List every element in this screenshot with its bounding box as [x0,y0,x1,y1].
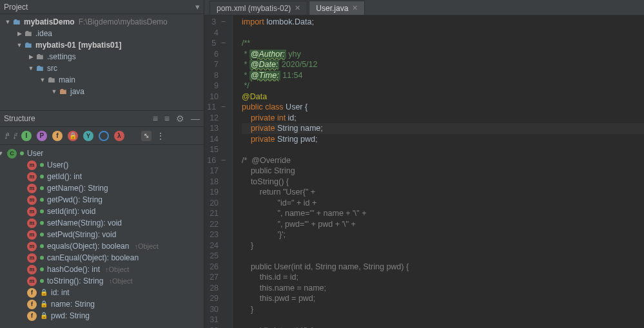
close-icon[interactable]: ✕ [295,4,300,12]
project-pane-title[interactable]: Project [4,3,191,12]
method-icon: m [27,253,37,263]
member-label: equals(Object): boolean [47,240,129,252]
folder-icon [58,86,67,97]
code-line[interactable] [242,28,644,39]
code-line[interactable]: } [242,240,644,251]
structure-settings-icon[interactable]: ⚙ [176,113,184,124]
method-icon: m [27,218,37,228]
structure-member[interactable]: f🔒name: String [0,298,204,310]
override-up-icon: ↑Object [106,275,132,287]
tree-arrow-icon[interactable] [4,16,12,28]
code-line[interactable]: public String [242,166,644,177]
structure-pane-title[interactable]: Structure [4,114,146,123]
filter-properties-icon[interactable]: P [37,131,47,141]
code-line[interactable]: this.pwd = pwd; [242,293,644,304]
code-line[interactable]: @Data [242,92,644,102]
structure-pane-header: Structure ≡ ≡ ⚙ — [0,110,204,127]
code-line[interactable]: private int id; [242,113,644,124]
project-root[interactable]: mybatisDemo F:\Bigdemo\mybatisDemo [0,16,204,28]
code-line[interactable] [242,314,644,325]
code-line[interactable]: /* @Override [242,155,644,166]
filter-inherited-icon[interactable]: Ｙ [83,131,93,141]
filter-fields-icon[interactable]: f [52,131,63,141]
tree-arrow-icon[interactable] [15,39,23,51]
code-line[interactable]: this.id = id; [242,272,644,283]
public-dot-icon [40,267,44,271]
structure-more-icon[interactable]: ⋮ [157,131,164,140]
method-icon: m [27,184,37,193]
close-icon[interactable]: ✕ [352,4,358,12]
code-line[interactable]: public User(int id, String name, String … [242,262,644,273]
gutter-line: 29 [204,293,226,304]
sort-alpha-desc-icon[interactable]: ↓ᶻ [12,131,16,140]
code-line[interactable]: "id=" + id + [242,198,644,209]
code-line[interactable]: */ [242,81,644,92]
code-line[interactable]: * @Date: 2020/5/12 [242,59,644,70]
expand-all-icon[interactable]: ⤡ [141,131,151,141]
project-pane-view-menu[interactable] [195,2,200,12]
structure-member[interactable]: msetPwd(String): void [0,229,204,240]
tree-arrow-icon[interactable] [0,148,4,159]
code-line[interactable]: * @Author: yhy [242,49,644,60]
code-line[interactable]: ", name='" + name + '\'' + [242,208,644,219]
editor-tab[interactable]: User.java✕ [309,1,365,15]
sort-alpha-asc-icon[interactable]: ↓ª [4,131,7,140]
code-line[interactable]: private String pwd; [242,134,644,145]
filter-lambda-icon[interactable]: λ [114,131,124,141]
filter-lock-icon[interactable]: 🔒 [68,131,78,141]
editor-gutter: 3 −4 5 −6 7 8 9 10 11 −12 13 14 15 16 −1… [204,15,233,328]
structure-member[interactable]: msetId(int): void [0,206,204,217]
filter-anon-icon[interactable] [99,131,109,141]
structure-hide-icon[interactable]: — [191,113,200,124]
structure-class-row[interactable]: C User [0,148,204,159]
code-line[interactable]: '}'; [242,229,644,240]
editor-tab[interactable]: pom.xml (mybatis-02)✕ [210,1,307,15]
structure-member[interactable]: mgetId(): int [0,171,204,182]
gutter-line: 30 [204,304,226,315]
structure-member[interactable]: f🔒pwd: String [0,310,204,322]
project-tree-item[interactable]: main [0,74,204,86]
project-tree-item[interactable]: mybatis-01[mybatis01] [0,39,204,51]
code-line[interactable]: public class User { [242,102,644,113]
project-tree-item[interactable]: src [0,63,204,74]
structure-member[interactable]: mcanEqual(Object): boolean [0,252,204,264]
code-line[interactable] [242,251,644,262]
structure-member[interactable]: mUser() [0,159,204,171]
code-line[interactable]: } [242,304,644,315]
tree-arrow-icon[interactable] [27,63,35,74]
structure-sort2-icon[interactable]: ≡ [164,113,170,124]
structure-member[interactable]: mgetPwd(): String [0,194,204,206]
gutter-line: 27 [204,272,226,283]
structure-member[interactable]: mhashCode(): int↑Object [0,264,204,275]
project-tree-item[interactable]: .idea [0,28,204,39]
gutter-line: 25 [204,251,226,262]
code-line[interactable]: /** [242,38,644,49]
code-line[interactable]: toString() { [242,177,644,188]
code-line[interactable]: this.name = name; [242,283,644,294]
code-line[interactable]: return "User{" + [242,187,644,198]
tree-arrow-icon[interactable] [15,28,23,39]
code-line[interactable]: import lombok.Data; [242,17,644,28]
code-line[interactable]: private String name; [242,123,644,134]
structure-sort1-icon[interactable]: ≡ [153,113,158,124]
structure-member[interactable]: mtoString(): String↑Object [0,275,204,287]
tree-arrow-icon[interactable] [39,74,46,86]
gutter-line: 13 [204,123,226,134]
method-icon: m [27,195,37,205]
structure-member[interactable]: mequals(Object): boolean↑Object [0,240,204,252]
code-line[interactable]: public int getId() { [242,325,644,329]
editor-code[interactable]: import lombok.Data; /** * @Author: yhy *… [233,15,644,328]
gutter-line: 19 [204,187,226,198]
code-line[interactable]: * @Time: 11:54 [242,70,644,81]
gutter-line: 32 [204,325,226,329]
structure-member[interactable]: msetName(String): void [0,217,204,229]
structure-member[interactable]: f🔒id: int [0,287,204,298]
structure-member[interactable]: mgetName(): String [0,182,204,194]
project-tree-item[interactable]: java [0,86,204,97]
tree-arrow-icon[interactable] [50,86,58,97]
project-tree-item[interactable]: .settings [0,51,204,63]
code-line[interactable]: ", pwd='" + pwd + '\'' + [242,219,644,230]
code-line[interactable] [242,144,644,155]
filter-interfaces-icon[interactable]: I [21,131,32,141]
tree-arrow-icon[interactable] [27,51,35,63]
